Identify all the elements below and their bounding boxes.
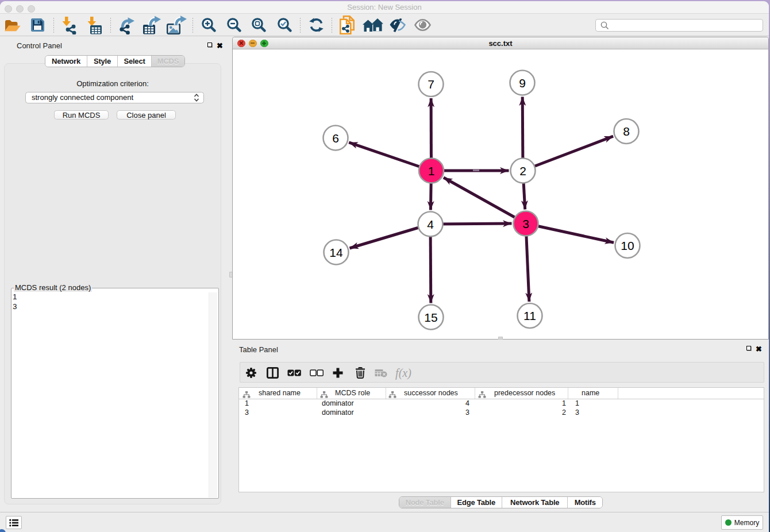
svg-text:14: 14: [329, 246, 343, 259]
svg-text:4: 4: [427, 218, 434, 231]
svg-text:1: 1: [428, 164, 435, 178]
svg-text:2: 2: [519, 164, 526, 178]
svg-text:3: 3: [522, 217, 529, 230]
svg-text:15: 15: [424, 311, 437, 324]
svg-text:9: 9: [519, 76, 526, 90]
svg-text:11: 11: [523, 309, 536, 322]
svg-text:6: 6: [332, 132, 339, 145]
svg-text:7: 7: [428, 78, 434, 91]
svg-text:10: 10: [621, 239, 634, 252]
svg-text:8: 8: [623, 125, 630, 138]
